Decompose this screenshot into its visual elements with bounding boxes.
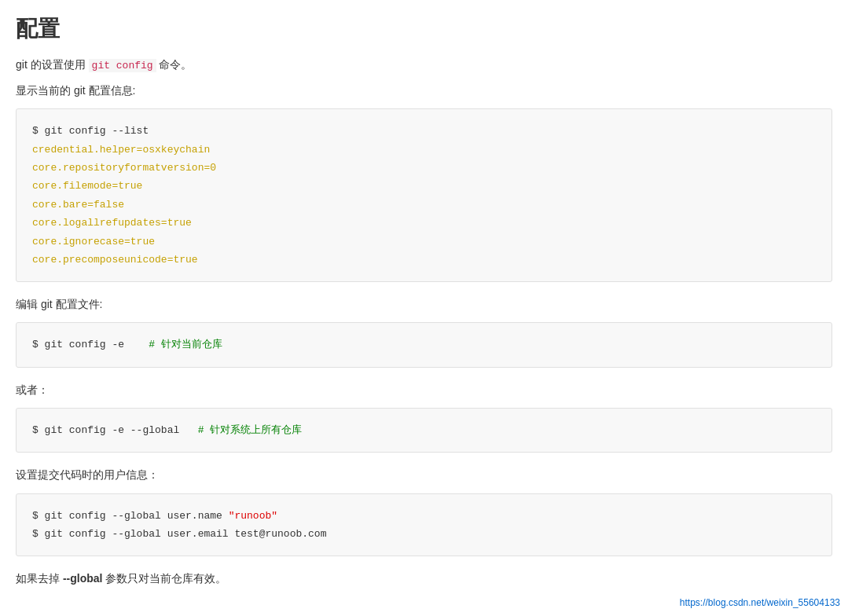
code-line-6: core.logallrefupdates=true — [32, 214, 816, 232]
description-1: git 的设置使用 git config 命令。 — [16, 55, 832, 75]
bottom-text-suffix: 参数只对当前仓库有效。 — [102, 572, 226, 585]
code-line-7: core.ignorecase=true — [32, 233, 816, 251]
description-5: 设置提交代码时的用户信息： — [16, 465, 832, 485]
code-line-edit-local: $ git config -e # 针对当前仓库 — [32, 336, 816, 354]
code-line-edit-global: $ git config -e --global # 针对系统上所有仓库 — [32, 421, 816, 439]
code-line-1: $ git config --list — [32, 122, 816, 140]
code-block-user-info: $ git config --global user.name "runoob"… — [16, 493, 832, 557]
page-title: 配置 — [16, 16, 832, 42]
code-block-git-config-list: $ git config --list credential.helper=os… — [16, 108, 832, 282]
code-line-username: $ git config --global user.name "runoob" — [32, 507, 816, 525]
code-line-email: $ git config --global user.email test@ru… — [32, 525, 816, 543]
desc1-prefix: git 的设置使用 — [16, 58, 89, 71]
code-line-5: core.bare=false — [32, 196, 816, 214]
description-3: 编辑 git 配置文件: — [16, 295, 832, 314]
desc1-code: git config — [89, 59, 156, 72]
desc1-suffix: 命令。 — [156, 58, 193, 71]
bottom-link[interactable]: https://blog.csdn.net/weixin_55604133 — [680, 597, 840, 608]
code-line-2: credential.helper=osxkeychain — [32, 141, 816, 159]
code-line-3: core.repositoryformatversion=0 — [32, 159, 816, 177]
bottom-description: 如果去掉 --global 参数只对当前仓库有效。 — [16, 569, 832, 588]
code-line-4: core.filemode=true — [32, 177, 816, 195]
code-block-git-config-e: $ git config -e # 针对当前仓库 — [16, 322, 832, 367]
code-line-8: core.precomposeunicode=true — [32, 251, 816, 269]
description-2: 显示当前的 git 配置信息: — [16, 81, 832, 101]
code-block-git-config-e-global: $ git config -e --global # 针对系统上所有仓库 — [16, 408, 832, 453]
description-4: 或者： — [16, 380, 832, 400]
bottom-text-prefix: 如果去掉 — [16, 572, 63, 585]
bottom-text-bold: --global — [63, 572, 103, 585]
